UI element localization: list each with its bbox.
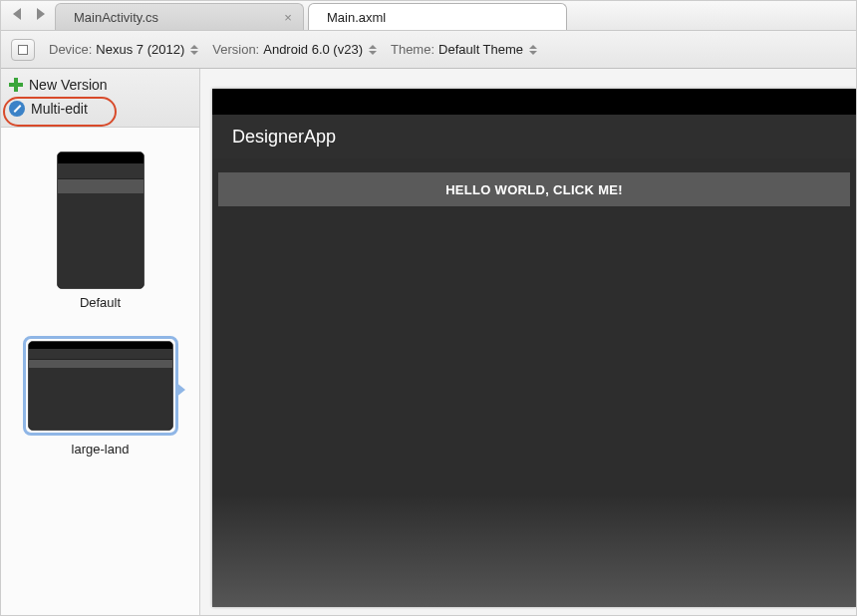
theme-value: Default Theme [438, 42, 523, 57]
version-selector[interactable]: Version: Android 6.0 (v23) [212, 42, 377, 57]
multi-edit-label: Multi-edit [31, 101, 88, 117]
thumb-label: Default [80, 295, 121, 310]
thumb-selection [23, 336, 178, 436]
sidebar-header: New Version Multi-edit [1, 69, 199, 128]
layout-mode-button[interactable] [11, 39, 35, 61]
thumb-preview [28, 341, 173, 431]
theme-selector[interactable]: Theme: Default Theme [391, 42, 537, 57]
nav-forward-icon[interactable] [37, 8, 45, 20]
theme-label: Theme: [391, 42, 434, 57]
nav-arrows [7, 1, 55, 30]
chevron-updown-icon [369, 45, 377, 55]
layout-thumb-large-land[interactable]: large-land [23, 336, 178, 457]
chevron-updown-icon [190, 45, 198, 55]
device-statusbar [212, 89, 856, 115]
tab-main-axml[interactable]: Main.axml [308, 3, 567, 30]
device-selector[interactable]: Device: Nexus 7 (2012) [49, 42, 198, 57]
alt-layouts-sidebar: New Version Multi-edit Default [1, 69, 200, 615]
square-icon [18, 45, 28, 55]
version-label: Version: [212, 42, 259, 57]
tab-mainactivity[interactable]: MainActivity.cs × [55, 3, 304, 30]
device-value: Nexus 7 (2012) [96, 42, 184, 57]
button-text: HELLO WORLD, CLICK ME! [445, 182, 623, 197]
tab-label: MainActivity.cs [74, 10, 158, 25]
thumb-label: large-land [72, 442, 130, 457]
close-icon[interactable]: × [281, 10, 295, 24]
new-version-label: New Version [29, 77, 108, 93]
device-content: HELLO WORLD, CLICK ME! [212, 158, 856, 607]
hello-world-button[interactable]: HELLO WORLD, CLICK ME! [218, 172, 850, 206]
layout-thumb-default[interactable]: Default [57, 152, 144, 310]
version-value: Android 6.0 (v23) [263, 42, 363, 57]
designer-toolbar: Device: Nexus 7 (2012) Version: Android … [1, 31, 856, 69]
app-title: DesignerApp [232, 127, 336, 148]
tab-strip: MainActivity.cs × Main.axml [1, 1, 856, 31]
multi-edit-button[interactable]: Multi-edit [9, 97, 191, 121]
design-canvas[interactable]: DesignerApp HELLO WORLD, CLICK ME! [200, 69, 856, 615]
device-label: Device: [49, 42, 92, 57]
thumb-preview [57, 152, 144, 289]
nav-back-icon[interactable] [13, 8, 21, 20]
new-version-button[interactable]: New Version [9, 73, 191, 97]
sidebar-content: Default large-land [1, 128, 199, 615]
tab-label: Main.axml [327, 10, 386, 25]
device-frame: DesignerApp HELLO WORLD, CLICK ME! [212, 89, 856, 607]
main-area: New Version Multi-edit Default [1, 69, 856, 615]
plus-icon [9, 78, 23, 92]
device-titlebar: DesignerApp [212, 115, 856, 158]
chevron-updown-icon [529, 45, 537, 55]
pencil-icon [9, 101, 25, 117]
